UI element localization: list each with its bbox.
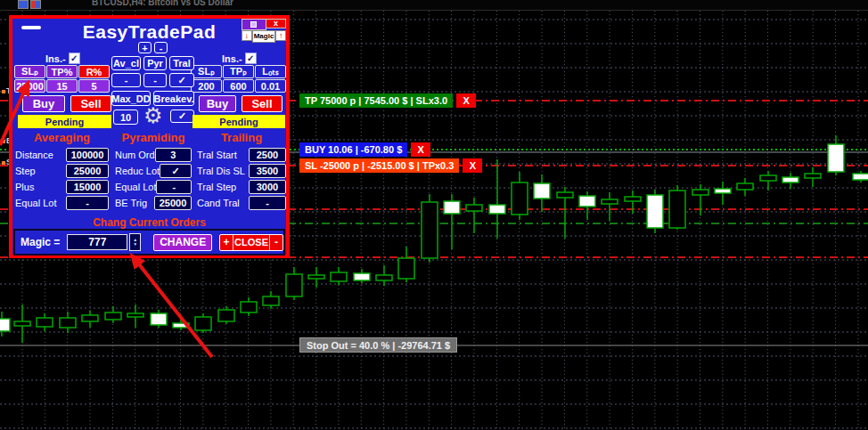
window-title: BTCUSD,H4: Bitcoin vs US Dollar — [92, 0, 233, 7]
avcl-toggle[interactable]: - — [111, 73, 141, 87]
maxdd-value-field[interactable]: 10 — [113, 110, 138, 125]
magic-widget-label[interactable]: Magic — [252, 30, 276, 43]
left-r-header: R% — [78, 65, 110, 78]
right-sl-field[interactable]: 200 — [191, 79, 222, 93]
tral-start-field[interactable]: 2500 — [249, 148, 286, 162]
right-tp-field[interactable]: 600 — [223, 79, 254, 93]
magic-up-button[interactable]: ↑ — [275, 30, 286, 41]
pending-button-left[interactable]: Pending — [18, 115, 111, 128]
right-sl-header: SLₚ — [191, 65, 222, 78]
pyramiding-title: Pyramiding — [115, 131, 192, 146]
tral-button[interactable]: Tral — [169, 56, 194, 70]
ins-right: Ins.- ✓ — [222, 53, 257, 64]
spinner-down-icon[interactable]: ▼ — [133, 242, 137, 247]
close-plus[interactable]: + — [220, 236, 233, 248]
right-tp-header: TPₚ — [223, 65, 254, 78]
chart-icon — [18, 0, 29, 9]
sell-button-right[interactable]: Sell — [242, 95, 283, 112]
magic-spinner[interactable]: ▲▼ — [129, 233, 141, 251]
magic-order-bar: Magic = 777 ▲▼ CHANGE + CLOSE - — [13, 229, 285, 256]
buy-button-left[interactable]: Buy — [22, 95, 65, 112]
right-lots-header: Lₒₜₛ — [255, 65, 286, 78]
equal-lot-field[interactable]: - — [66, 196, 109, 210]
close-minus[interactable]: - — [270, 236, 283, 248]
chart-icon-2 — [30, 0, 41, 9]
magic-mini-window: x ↓ Magic ↑ — [242, 19, 286, 43]
right-order-table: SLₚ TPₚ Lₒₜₛ 200 600 0.01 — [191, 65, 286, 93]
left-tp-header: TP% — [46, 65, 78, 78]
trailing-title: Trailing — [197, 131, 286, 146]
magic-label: Magic = — [20, 236, 60, 248]
stopout-label[interactable]: Stop Out = 40.0 % | -29764.71 $ — [299, 337, 457, 353]
magic-window-button[interactable] — [242, 19, 266, 30]
left-r-field[interactable]: 5 — [78, 79, 110, 93]
chart-window: BTCUSD,H4: Bitcoin vs US Dollar T B S TP… — [0, 0, 868, 430]
buy-close-button[interactable]: X — [411, 142, 430, 157]
equal-lot-field-2[interactable]: - — [156, 180, 192, 194]
step-field[interactable]: 25000 — [66, 164, 109, 178]
reduc-lot-toggle[interactable]: ✓ — [160, 164, 192, 178]
averaging-section: Averaging Distance100000 Step25000 Plus1… — [15, 131, 109, 210]
sell-button-left[interactable]: Sell — [70, 95, 111, 112]
pyr-toggle[interactable]: - — [143, 73, 167, 87]
num-ord-field[interactable]: 3 — [155, 148, 192, 162]
magic-down-button[interactable]: ↓ — [242, 30, 252, 41]
parameter-sections: Averaging Distance100000 Step25000 Plus1… — [12, 131, 286, 210]
sl-level-label[interactable]: SL -25000 p | -2515.00 $ | TPx0.3 — [299, 158, 459, 173]
avcl-button[interactable]: Av_cl — [111, 56, 141, 70]
window-titlebar: BTCUSD,H4: Bitcoin vs US Dollar — [0, 0, 868, 11]
panel-expand-button[interactable]: + — [138, 42, 151, 53]
buy-position-label[interactable]: BUY 10.06 | -670.80 $ — [299, 142, 407, 157]
ins-left: Ins.- ✓ — [45, 53, 80, 64]
chang-orders-heading: Chang Current Orders — [12, 216, 286, 229]
tral-dis-sl-field[interactable]: 3500 — [249, 164, 286, 178]
pyr-button[interactable]: Pyr — [143, 56, 167, 70]
magic-close-button[interactable]: x — [266, 19, 286, 28]
settings-gear-icon[interactable]: ⚙ — [143, 105, 163, 126]
be-trig-field[interactable]: 25000 — [154, 196, 192, 210]
change-button[interactable]: CHANGE — [153, 234, 212, 251]
magic-window-icon — [250, 21, 257, 28]
tp-level-label[interactable]: TP 75000 p | 7545.00 $ | SLx3.0 — [299, 93, 453, 108]
magic-number-field[interactable]: 777 — [67, 234, 127, 250]
trailing-section: Trailing Tral Start2500 Tral Dis SL3500 … — [197, 131, 286, 210]
left-sl-field[interactable]: 25000 — [14, 79, 45, 93]
tp-close-button[interactable]: X — [456, 93, 476, 108]
left-order-table: SLₚ TP% R% 25000 15 5 — [14, 65, 110, 93]
averaging-title: Averaging — [15, 131, 109, 146]
left-tp-field[interactable]: 15 — [46, 79, 78, 93]
pyramiding-section: Pyramiding Num Ord3 Reduc Lot✓ Equal Lot… — [115, 131, 192, 210]
left-sl-header: SLₚ — [14, 65, 45, 78]
easytradepad-panel: EasyTradePad x ↓ Magic ↑ + - Ins.- ✓ Ins… — [9, 15, 290, 258]
right-lots-field[interactable]: 0.01 — [255, 79, 286, 93]
ins-right-checkbox[interactable]: ✓ — [245, 53, 257, 64]
cand-tral-field[interactable]: - — [249, 196, 286, 210]
tral-toggle[interactable]: ✓ — [169, 73, 194, 87]
sl-close-button[interactable]: X — [463, 158, 482, 173]
pending-button-right[interactable]: Pending — [192, 115, 285, 128]
breakeven-toggle[interactable]: ✓ — [170, 110, 194, 123]
buy-button-right[interactable]: Buy — [199, 95, 236, 112]
panel-collapse-button[interactable]: - — [154, 42, 168, 53]
plus-field[interactable]: 15000 — [66, 180, 109, 194]
distance-field[interactable]: 100000 — [66, 148, 109, 162]
ins-left-checkbox[interactable]: ✓ — [69, 53, 80, 64]
tral-step-field[interactable]: 3000 — [249, 180, 286, 194]
close-button[interactable]: + CLOSE - — [219, 234, 283, 251]
